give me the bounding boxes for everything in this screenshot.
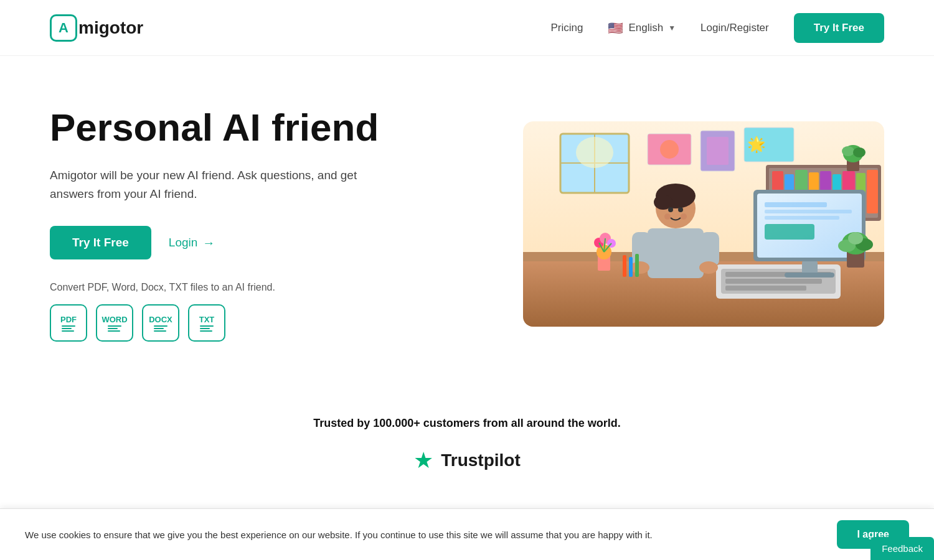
svg-point-53 (699, 261, 718, 274)
svg-rect-8 (707, 137, 729, 165)
trustpilot-star-icon: ★ (413, 447, 433, 474)
svg-point-52 (631, 261, 649, 274)
cookie-banner: We use cookies to ensure that we give yo… (0, 508, 934, 560)
svg-rect-41 (765, 224, 814, 240)
arrow-right-icon: → (202, 236, 215, 250)
try-free-hero-button[interactable]: Try It Free (50, 226, 151, 259)
hero-image: 🌟 (523, 121, 884, 327)
svg-rect-38 (765, 202, 827, 207)
login-hero-button[interactable]: Login → (169, 236, 215, 250)
logo[interactable]: A migotor (50, 14, 143, 42)
trustpilot-label: Trustpilot (441, 450, 521, 470)
hero-content: Personal AI friend Amigotor will be your… (50, 106, 379, 342)
svg-rect-40 (765, 216, 839, 220)
hero-section: Personal AI friend Amigotor will be your… (0, 56, 934, 380)
svg-rect-32 (725, 286, 806, 291)
logo-name: migotor (78, 18, 143, 38)
svg-point-66 (848, 232, 863, 245)
try-free-nav-button[interactable]: Try It Free (794, 13, 884, 43)
svg-point-45 (668, 207, 673, 212)
cookie-text: We use cookies to ensure that we give yo… (25, 530, 837, 540)
trusted-section: Trusted by 100.000+ customers from all a… (0, 380, 934, 498)
svg-rect-49 (648, 228, 704, 278)
word-icon[interactable]: WORD (96, 304, 133, 342)
nav-links: Pricing 🇺🇸 English ▼ Login/Register Try … (550, 13, 884, 43)
trusted-text: Trusted by 100.000+ customers from all a… (50, 417, 884, 430)
trustpilot-row: ★ Trustpilot (50, 447, 884, 474)
chevron-down-icon: ▼ (668, 24, 676, 32)
svg-rect-35 (802, 261, 818, 274)
login-label: Login (169, 236, 198, 250)
hero-buttons: Try It Free Login → (50, 226, 379, 259)
svg-rect-67 (623, 255, 626, 277)
convert-text: Convert PDF, Word, Docx, TXT files to an… (50, 282, 379, 293)
svg-point-4 (576, 137, 613, 168)
txt-icon[interactable]: TXT (188, 304, 225, 342)
pricing-link[interactable]: Pricing (550, 22, 583, 34)
svg-point-47 (664, 213, 671, 220)
svg-rect-69 (635, 254, 639, 277)
navbar: A migotor Pricing 🇺🇸 English ▼ Login/Reg… (0, 0, 934, 56)
login-register-link[interactable]: Login/Register (700, 22, 769, 34)
flag-icon: 🇺🇸 (608, 21, 623, 35)
language-selector[interactable]: 🇺🇸 English ▼ (608, 21, 676, 35)
svg-rect-36 (785, 273, 834, 278)
file-type-icons: PDF WORD DOCX (50, 304, 379, 342)
pdf-icon[interactable]: PDF (50, 304, 87, 342)
language-label: English (628, 22, 663, 34)
svg-point-48 (681, 213, 687, 220)
svg-point-25 (853, 147, 866, 157)
svg-point-46 (678, 207, 683, 212)
svg-rect-39 (765, 210, 852, 213)
svg-point-24 (842, 146, 854, 156)
svg-rect-21 (867, 170, 878, 213)
hero-subtitle: Amigotor will be your new AI friend. Ask… (50, 166, 374, 204)
docx-icon[interactable]: DOCX (142, 304, 179, 342)
svg-rect-51 (700, 232, 719, 266)
svg-rect-31 (725, 279, 822, 284)
feedback-button[interactable]: Feedback (870, 537, 934, 560)
svg-point-6 (660, 140, 679, 159)
svg-rect-50 (632, 232, 651, 266)
svg-text:🌟: 🌟 (747, 135, 766, 153)
svg-rect-68 (629, 257, 633, 277)
hero-title: Personal AI friend (50, 106, 379, 149)
logo-icon: A (50, 14, 77, 42)
